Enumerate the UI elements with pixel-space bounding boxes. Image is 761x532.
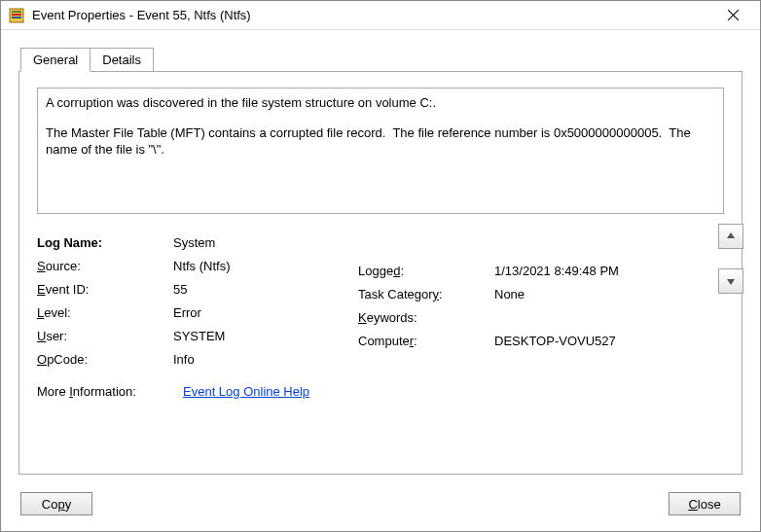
- level-value: Error: [173, 305, 201, 320]
- next-event-button[interactable]: [718, 268, 743, 294]
- opcode-label: OpCode:: [37, 352, 173, 367]
- logged-label: Logged:: [358, 264, 494, 278]
- titlebar: Event Properties - Event 55, Ntfs (Ntfs): [1, 1, 760, 30]
- copy-button[interactable]: Copy: [20, 492, 92, 515]
- computer-label: Computer:: [358, 334, 494, 348]
- footer-buttons: Copy Close: [1, 480, 760, 531]
- source-value: Ntfs (Ntfs): [173, 259, 231, 273]
- general-panel: A corruption was discovered in the file …: [18, 71, 743, 475]
- svg-rect-3: [12, 17, 21, 18]
- taskcategory-value: None: [494, 287, 525, 301]
- source-label: Source:: [37, 259, 173, 273]
- window-title: Event Properties - Event 55, Ntfs (Ntfs): [32, 8, 713, 22]
- event-properties-window: Event Properties - Event 55, Ntfs (Ntfs)…: [0, 0, 761, 532]
- event-viewer-icon: [9, 8, 24, 23]
- logged-value: 1/13/2021 8:49:48 PM: [494, 264, 619, 278]
- svg-rect-2: [12, 14, 21, 16]
- computer-value: DESKTOP-VOVU527: [494, 334, 616, 348]
- svg-rect-1: [12, 11, 21, 13]
- user-label: User:: [37, 329, 173, 343]
- svg-marker-7: [727, 279, 735, 285]
- tab-general[interactable]: General: [20, 48, 91, 72]
- tab-strip: General Details: [18, 48, 743, 72]
- arrow-up-icon: [725, 231, 737, 242]
- description-line-2: The Master File Table (MFT) contains a c…: [46, 124, 715, 159]
- close-icon: [728, 10, 739, 20]
- description-line-1: A corruption was discovered in the file …: [46, 94, 715, 112]
- logname-label: Log Name:: [37, 235, 173, 250]
- tab-details[interactable]: Details: [91, 48, 154, 72]
- user-value: SYSTEM: [173, 329, 225, 343]
- level-label: Level:: [37, 305, 173, 320]
- nav-arrows: [718, 224, 743, 294]
- prev-event-button[interactable]: [718, 224, 743, 249]
- eventid-value: 55: [173, 282, 187, 297]
- logname-value: System: [173, 235, 215, 250]
- keywords-label: Keywords:: [358, 310, 494, 325]
- opcode-value: Info: [173, 352, 195, 367]
- fields-grid: Log Name: System Source: Ntfs (Ntfs) Eve…: [37, 235, 724, 399]
- moreinfo-label: More Information:: [37, 384, 183, 399]
- close-button[interactable]: Close: [669, 492, 741, 515]
- svg-marker-6: [727, 232, 735, 238]
- event-log-help-link[interactable]: Event Log Online Help: [183, 384, 309, 399]
- description-box[interactable]: A corruption was discovered in the file …: [37, 88, 724, 214]
- arrow-down-icon: [725, 275, 737, 287]
- taskcategory-label: Task Category:: [358, 287, 494, 301]
- content-area: General Details A corruption was discove…: [1, 30, 760, 480]
- window-close-button[interactable]: [713, 2, 752, 29]
- eventid-label: Event ID:: [37, 282, 173, 297]
